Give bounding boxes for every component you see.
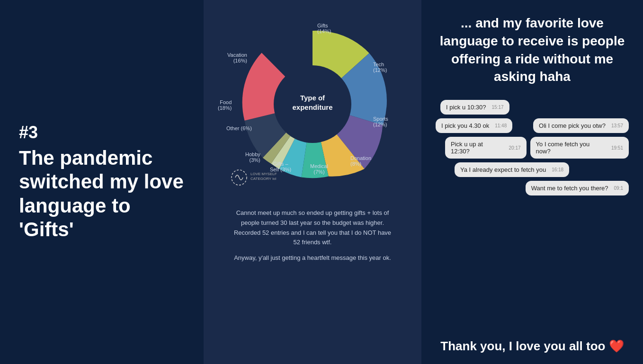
donut-chart-svg: Type of expenditure xyxy=(223,14,402,194)
message-time-2b: 13:57 xyxy=(611,123,623,128)
messages-container: I pick u 10:30? 15:17 I pick you 4.30 ok… xyxy=(436,100,629,195)
description-text-1: Cannot meet up much so ended up getting … xyxy=(232,208,393,248)
tagline: ... and my favorite love language to rec… xyxy=(436,14,629,86)
message-text-2b: Oli I come pick you otw? xyxy=(539,122,606,129)
right-panel: ... and my favorite love language to rec… xyxy=(421,0,643,364)
message-time-4a: 16:18 xyxy=(552,167,563,172)
message-text-3a: Pick u up at 12:30? xyxy=(451,141,503,155)
chart-center-text-1: Type of xyxy=(300,94,325,102)
message-row-5: Want me to fetch you there? 09:1 xyxy=(436,181,629,195)
message-time-1: 15:17 xyxy=(492,105,504,110)
message-time-2a: 11:48 xyxy=(495,123,507,128)
slide-title: The pandemic switched my love language t… xyxy=(19,146,185,242)
thank-you-text: Thank you, I love you all too ❤️ xyxy=(440,338,624,355)
message-2b: Oli I come pick you otw? 13:57 xyxy=(533,118,629,133)
left-panel: #3 The pandemic switched my love languag… xyxy=(0,0,204,364)
message-4a: Ya I already expect to fetch you 16:18 xyxy=(455,162,569,177)
message-3b: Yo I come fetch you now? 19:51 xyxy=(530,137,629,159)
message-5: Want me to fetch you there? 09:1 xyxy=(526,181,629,195)
slide-number: #3 xyxy=(19,123,185,142)
message-2a: I pick you 4.30 ok 11:48 xyxy=(436,118,512,133)
chart-center-text-2: expenditure xyxy=(292,103,332,111)
message-row-2: I pick you 4.30 ok 11:48 Oli I come pick… xyxy=(436,118,629,133)
message-time-5: 09:1 xyxy=(614,186,623,191)
message-text-2a: I pick you 4.30 ok xyxy=(441,122,489,129)
donut-chart-container: Type of expenditure Gifts(14%) Tech(12%)… xyxy=(223,14,402,194)
message-text-5: Want me to fetch you there? xyxy=(531,185,608,192)
message-row-4: Ya I already expect to fetch you 16:18 xyxy=(436,162,629,177)
message-3a: Pick u up at 12:30? 20:17 xyxy=(445,137,527,159)
message-text-1: I pick u 10:30? xyxy=(446,104,486,111)
middle-panel: Type of expenditure Gifts(14%) Tech(12%)… xyxy=(204,0,421,364)
message-text-3b: Yo I come fetch you now? xyxy=(536,141,606,155)
description-text-2: Anyway, y'all just getting a heartfelt m… xyxy=(234,253,391,263)
message-time-3a: 20:17 xyxy=(509,145,521,151)
message-row-3: Pick u up at 12:30? 20:17 Yo I come fetc… xyxy=(436,137,629,159)
message-time-3b: 19:51 xyxy=(611,145,623,151)
message-text-4a: Ya I already expect to fetch you xyxy=(460,166,546,173)
message-1: I pick u 10:30? 15:17 xyxy=(440,100,509,115)
